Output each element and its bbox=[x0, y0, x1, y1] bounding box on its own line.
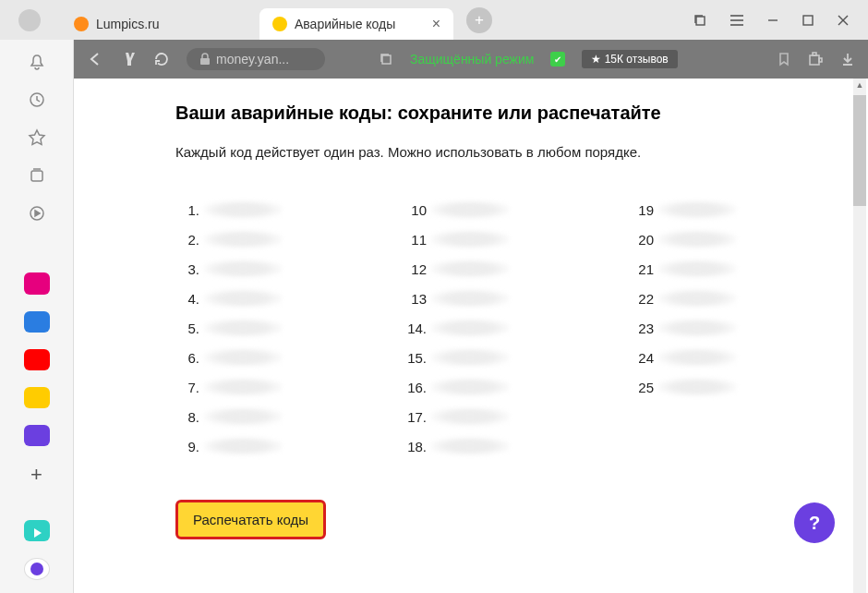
code-number: 3. bbox=[175, 261, 199, 277]
code-number: 23 bbox=[630, 321, 654, 336]
code-value-blurred bbox=[430, 378, 510, 396]
code-row: 13 bbox=[403, 289, 510, 308]
code-value-blurred bbox=[203, 260, 283, 278]
code-number: 12 bbox=[403, 261, 427, 277]
reload-button[interactable] bbox=[153, 51, 170, 67]
page-heading: Ваши аварийные коды: сохраните или распе… bbox=[175, 103, 809, 124]
scroll-up-icon[interactable]: ▲ bbox=[853, 79, 866, 91]
code-value-blurred bbox=[657, 348, 737, 367]
code-row: 16. bbox=[403, 378, 510, 396]
code-number: 19 bbox=[630, 202, 654, 218]
bell-icon[interactable] bbox=[24, 51, 50, 72]
svg-rect-12 bbox=[382, 55, 391, 64]
code-value-blurred bbox=[203, 230, 283, 248]
play-icon[interactable] bbox=[24, 203, 50, 224]
tab-lumpics[interactable]: Lumpics.ru bbox=[61, 8, 259, 40]
code-value-blurred bbox=[430, 289, 510, 308]
code-value-blurred bbox=[657, 378, 737, 396]
code-value-blurred bbox=[430, 348, 510, 367]
code-row: 20 bbox=[630, 230, 737, 248]
lock-icon bbox=[199, 53, 211, 66]
code-number: 15. bbox=[403, 350, 427, 366]
profile-avatar[interactable] bbox=[18, 9, 41, 31]
code-row: 23 bbox=[630, 319, 737, 337]
code-value-blurred bbox=[657, 319, 737, 337]
sidebar-app-docs[interactable] bbox=[24, 311, 50, 333]
code-row: 19 bbox=[630, 200, 737, 219]
code-row: 21 bbox=[630, 260, 737, 278]
code-row: 11 bbox=[403, 230, 510, 248]
title-bar: Lumpics.ru Аварийные коды × + bbox=[0, 0, 868, 40]
code-number: 14. bbox=[403, 321, 427, 336]
page-content: Ваши аварийные коды: сохраните или распе… bbox=[74, 79, 868, 593]
code-row: 12 bbox=[403, 260, 510, 278]
browser-toolbar: money.yan... Защищённый режим ✔ ★ 15К от… bbox=[74, 40, 868, 79]
help-fab[interactable]: ? bbox=[794, 502, 835, 543]
code-number: 1. bbox=[175, 202, 199, 218]
new-tab-button[interactable]: + bbox=[466, 7, 492, 33]
code-row: 14. bbox=[403, 319, 510, 337]
code-number: 6. bbox=[175, 350, 199, 366]
sidebar-app-purple[interactable] bbox=[24, 425, 50, 446]
code-number: 18. bbox=[403, 439, 427, 454]
code-value-blurred bbox=[203, 200, 283, 219]
code-row: 25 bbox=[630, 378, 737, 396]
sidebar-app-music[interactable] bbox=[24, 520, 50, 541]
sidebar-app-mail[interactable] bbox=[24, 387, 50, 408]
code-row: 18. bbox=[403, 437, 510, 455]
codes-grid: 1.2.3.4.5.6.7.8.9. 1011121314.15.16.17.1… bbox=[175, 200, 809, 455]
address-bar[interactable]: money.yan... bbox=[187, 48, 325, 70]
svg-rect-9 bbox=[31, 171, 42, 181]
reviews-badge[interactable]: ★ 15К отзывов bbox=[582, 50, 677, 68]
close-icon[interactable]: × bbox=[432, 17, 440, 31]
favicon-icon bbox=[272, 17, 287, 31]
code-value-blurred bbox=[203, 348, 283, 367]
code-number: 9. bbox=[175, 439, 199, 454]
copy-url-icon[interactable] bbox=[379, 52, 393, 67]
codes-column: 19202122232425 bbox=[630, 200, 737, 455]
bookmark-icon[interactable] bbox=[778, 52, 790, 67]
code-number: 4. bbox=[175, 291, 199, 307]
svg-rect-5 bbox=[803, 16, 813, 25]
svg-rect-13 bbox=[810, 55, 819, 65]
tab-label: Аварийные коды bbox=[295, 17, 395, 31]
svg-rect-11 bbox=[200, 58, 210, 65]
download-icon[interactable] bbox=[840, 52, 855, 67]
code-value-blurred bbox=[430, 407, 510, 426]
tab-active[interactable]: Аварийные коды × bbox=[259, 8, 453, 40]
svg-rect-14 bbox=[813, 53, 816, 55]
tab-label: Lumpics.ru bbox=[96, 17, 159, 31]
scroll-thumb[interactable] bbox=[853, 95, 866, 206]
code-row: 22 bbox=[630, 289, 737, 308]
collections-icon[interactable] bbox=[24, 165, 50, 187]
code-row: 10 bbox=[403, 200, 510, 219]
code-number: 10 bbox=[403, 202, 427, 218]
history-icon[interactable] bbox=[24, 89, 50, 110]
code-value-blurred bbox=[203, 289, 283, 308]
extensions-icon[interactable] bbox=[807, 51, 824, 67]
scrollbar[interactable]: ▲ bbox=[853, 79, 866, 593]
star-icon[interactable] bbox=[24, 127, 50, 148]
sidebar-app-alice[interactable] bbox=[24, 558, 50, 580]
sidebar-app-ivi[interactable] bbox=[24, 272, 50, 294]
code-row: 2. bbox=[175, 230, 283, 248]
shield-icon[interactable]: ✔ bbox=[550, 52, 565, 67]
code-row: 5. bbox=[175, 319, 283, 337]
url-text: money.yan... bbox=[216, 52, 289, 67]
code-value-blurred bbox=[430, 260, 510, 278]
close-button[interactable] bbox=[837, 14, 850, 27]
minimize-button[interactable] bbox=[766, 14, 779, 27]
maximize-button[interactable] bbox=[802, 14, 814, 27]
code-number: 7. bbox=[175, 380, 199, 395]
print-codes-button[interactable]: Распечатать коды bbox=[175, 500, 326, 539]
code-number: 22 bbox=[630, 291, 654, 307]
back-button[interactable] bbox=[87, 51, 103, 67]
add-app-button[interactable]: + bbox=[24, 463, 50, 487]
code-number: 21 bbox=[630, 261, 654, 277]
code-value-blurred bbox=[203, 407, 283, 426]
copy-icon[interactable] bbox=[693, 13, 707, 28]
yandex-icon[interactable] bbox=[120, 51, 137, 67]
sidebar-app-youtube[interactable] bbox=[24, 349, 50, 370]
menu-icon[interactable] bbox=[729, 14, 744, 27]
code-number: 16. bbox=[403, 380, 427, 395]
